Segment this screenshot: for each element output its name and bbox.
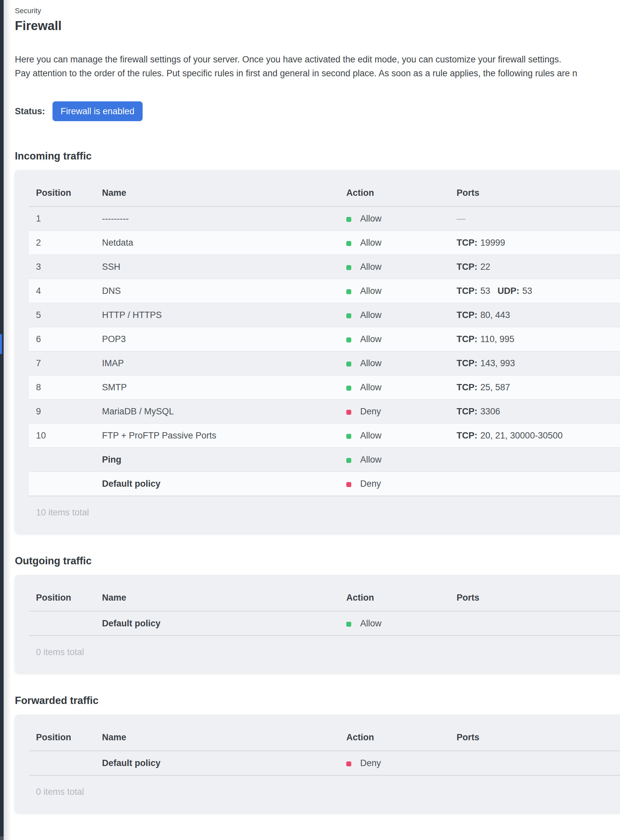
- cell-action: Allow: [339, 255, 450, 279]
- cell-ports: —: [450, 206, 620, 231]
- port-entry: TCP:3306: [457, 406, 500, 416]
- protocol-label: TCP:: [457, 406, 477, 416]
- outgoing-traffic-heading: Outgoing traffic: [15, 555, 620, 567]
- cell-ports: TCP:53UDP:53: [450, 279, 620, 303]
- allow-status-icon: [346, 289, 351, 294]
- action-label: Allow: [360, 262, 382, 272]
- column-header-action: Action: [339, 170, 450, 206]
- port-entry: TCP:22: [457, 262, 490, 272]
- action-label: Allow: [360, 214, 382, 224]
- outgoing-traffic-table: Position Name Action Ports Default polic…: [29, 575, 620, 636]
- column-header-position: Position: [29, 170, 95, 206]
- cell-name: MariaDB / MySQL: [95, 399, 339, 424]
- cell-action: Allow: [339, 231, 450, 255]
- main-content: Security Firewall Here you can manage th…: [15, 0, 620, 813]
- cell-position: 1: [29, 206, 95, 231]
- cell-name: IMAP: [95, 351, 339, 375]
- deny-status-icon: [346, 762, 351, 766]
- action-label: Deny: [360, 758, 381, 768]
- protocol-label: TCP:: [457, 382, 477, 392]
- protocol-label: TCP:: [457, 431, 477, 441]
- protocol-label: TCP:: [457, 358, 477, 368]
- cell-name: Netdata: [95, 231, 339, 255]
- port-entry: TCP:25, 587: [457, 382, 510, 392]
- allow-status-icon: [346, 313, 351, 318]
- port-entry: TCP:19999: [457, 238, 505, 248]
- cell-ports: [450, 611, 620, 635]
- active-nav-indicator[interactable]: [0, 334, 2, 354]
- port-numbers: 25, 587: [480, 382, 510, 392]
- cell-position: 7: [29, 351, 95, 375]
- table-header-row: Position Name Action Ports: [29, 170, 620, 206]
- table-row: 3SSHAllowTCP:22: [29, 255, 620, 279]
- table-header-row: Position Name Action Ports: [29, 715, 620, 751]
- column-header-action: Action: [339, 715, 450, 751]
- port-entry: TCP:80, 443: [457, 310, 510, 320]
- allow-status-icon: [346, 217, 351, 222]
- port-entry: TCP:143, 993: [457, 358, 515, 368]
- cell-position: 4: [29, 279, 95, 303]
- action-label: Allow: [360, 455, 382, 465]
- breadcrumb: Security: [15, 0, 620, 15]
- items-total: 0 items total: [29, 775, 620, 798]
- port-entry: TCP:110, 995: [457, 334, 515, 344]
- cell-position: [29, 448, 95, 472]
- items-total: 10 items total: [29, 496, 620, 518]
- cell-ports: TCP:80, 443: [450, 303, 620, 327]
- action-label: Allow: [360, 431, 382, 441]
- port-entry: TCP:53: [457, 286, 490, 296]
- column-header-name: Name: [95, 170, 339, 206]
- table-row: 8SMTPAllowTCP:25, 587: [29, 375, 620, 399]
- action-label: Allow: [360, 238, 382, 248]
- cell-name: ---------: [95, 206, 339, 231]
- cell-ports: TCP:3306: [450, 399, 620, 424]
- cell-action: Deny: [339, 751, 450, 775]
- deny-status-icon: [346, 482, 351, 487]
- allow-status-icon: [346, 386, 351, 391]
- cell-action: Deny: [339, 399, 450, 424]
- cell-name: SMTP: [95, 375, 339, 399]
- page-description: Here you can manage the firewall setting…: [15, 53, 620, 80]
- cell-ports: TCP:20, 21, 30000-30500: [450, 424, 620, 448]
- forwarded-traffic-table: Position Name Action Ports Default polic…: [29, 715, 620, 775]
- forwarded-traffic-card: Position Name Action Ports Default polic…: [15, 715, 620, 813]
- cell-ports: [450, 751, 620, 775]
- no-ports-dash: —: [457, 214, 465, 224]
- cell-position: [29, 751, 95, 775]
- cell-action: Allow: [339, 279, 450, 303]
- port-numbers: 53: [522, 286, 532, 296]
- cell-name: Ping: [95, 448, 339, 472]
- protocol-label: TCP:: [457, 334, 477, 344]
- deny-status-icon: [346, 410, 351, 415]
- table-row: 5HTTP / HTTPSAllowTCP:80, 443: [29, 303, 620, 327]
- cell-position: 9: [29, 399, 95, 424]
- table-row: 10FTP + ProFTP Passive PortsAllowTCP:20,…: [29, 424, 620, 448]
- table-row: 2NetdataAllowTCP:19999: [29, 231, 620, 255]
- column-header-name: Name: [95, 715, 339, 751]
- cell-position: 6: [29, 327, 95, 351]
- cell-ports: TCP:19999: [450, 231, 620, 255]
- cell-name: POP3: [95, 327, 339, 351]
- page-title: Firewall: [15, 18, 620, 33]
- table-row: 4DNSAllowTCP:53UDP:53: [29, 279, 620, 303]
- cell-action: Allow: [339, 327, 450, 351]
- table-row: PingAllow: [29, 448, 620, 472]
- cell-action: Allow: [339, 375, 450, 399]
- cell-ports: TCP:22: [450, 255, 620, 279]
- table-row: Default policyDeny: [29, 751, 620, 775]
- cell-position: 3: [29, 255, 95, 279]
- column-header-action: Action: [339, 575, 450, 611]
- port-numbers: 53: [480, 286, 490, 296]
- cell-position: 5: [29, 303, 95, 327]
- cell-position: 8: [29, 375, 95, 399]
- cell-ports: [450, 448, 620, 472]
- firewall-status-button[interactable]: Firewall is enabled: [53, 101, 143, 121]
- allow-status-icon: [346, 458, 351, 463]
- protocol-label: TCP:: [457, 238, 477, 248]
- port-numbers: 3306: [480, 406, 500, 416]
- table-header-row: Position Name Action Ports: [29, 575, 620, 611]
- port-entry: UDP:53: [498, 286, 532, 296]
- cell-action: Allow: [339, 351, 450, 375]
- action-label: Allow: [360, 334, 382, 344]
- allow-status-icon: [346, 337, 351, 342]
